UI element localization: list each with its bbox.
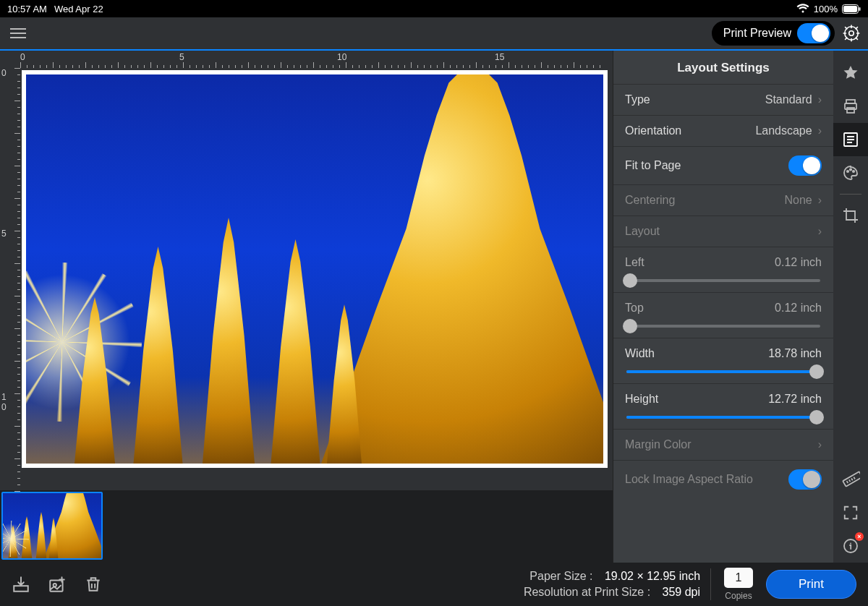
resolution-value: 359 dpi bbox=[663, 584, 701, 600]
row-type[interactable]: Type Standard› bbox=[613, 84, 833, 115]
ruler-label: 10 bbox=[1, 392, 7, 412]
width-value: 18.78 inch bbox=[768, 347, 822, 360]
width-slider[interactable] bbox=[626, 370, 820, 373]
top-value: 0.12 inch bbox=[775, 302, 822, 315]
fit-to-page-label: Fit to Page bbox=[625, 159, 681, 172]
layout-settings-panel: Layout Settings Type Standard› Orientati… bbox=[613, 51, 833, 563]
close-badge-icon: × bbox=[855, 532, 864, 541]
status-battery-text: 100% bbox=[814, 4, 838, 14]
status-time: 10:57 AM bbox=[7, 4, 47, 14]
resolution-label: Resolution at Print Size : bbox=[524, 584, 650, 600]
info-icon[interactable]: × bbox=[833, 529, 868, 563]
favorite-icon[interactable] bbox=[833, 56, 868, 90]
top-slider[interactable] bbox=[626, 325, 820, 328]
expand-icon[interactable] bbox=[833, 496, 868, 529]
row-fit-to-page: Fit to Page bbox=[613, 146, 833, 184]
orientation-value: Landscape bbox=[755, 124, 812, 137]
palette-icon[interactable] bbox=[833, 156, 868, 189]
ruler-label: 15 bbox=[495, 52, 504, 62]
margin-color-label: Margin Color bbox=[625, 438, 692, 451]
bottom-bar: Paper Size : 19.02 × 12.95 inch Resoluti… bbox=[0, 563, 868, 606]
page-sheet bbox=[22, 70, 608, 468]
orientation-label: Orientation bbox=[625, 124, 681, 137]
height-label: Height bbox=[625, 393, 658, 406]
lock-aspect-label: Lock Image Aspect Ratio bbox=[625, 473, 753, 486]
ruler-label: 0 bbox=[20, 52, 25, 62]
import-icon[interactable] bbox=[12, 575, 30, 594]
chevron-right-icon: › bbox=[818, 93, 822, 106]
ruler-label: 5 bbox=[1, 229, 7, 239]
copies-value: 1 bbox=[724, 568, 753, 588]
row-top: Top 0.12 inch bbox=[613, 292, 833, 338]
svg-rect-7 bbox=[847, 108, 854, 113]
gear-icon[interactable] bbox=[842, 24, 861, 43]
paper-info: Paper Size : 19.02 × 12.95 inch Resoluti… bbox=[524, 568, 711, 600]
svg-point-11 bbox=[853, 171, 854, 172]
printer-icon[interactable] bbox=[833, 90, 868, 123]
ruler-label: 5 bbox=[179, 52, 184, 62]
svg-rect-2 bbox=[859, 7, 861, 11]
row-width: Width 18.78 inch bbox=[613, 338, 833, 383]
copies-stepper[interactable]: 1 Copies bbox=[724, 568, 753, 601]
thumbnail-item[interactable] bbox=[1, 492, 103, 560]
paper-size-value: 19.02 × 12.95 inch bbox=[605, 568, 700, 584]
trash-icon[interactable] bbox=[84, 575, 103, 594]
vertical-ruler: 0510 bbox=[0, 68, 20, 490]
hamburger-menu-icon[interactable] bbox=[7, 24, 29, 43]
row-lock-aspect: Lock Image Aspect Ratio bbox=[613, 460, 833, 498]
svg-point-4 bbox=[845, 27, 858, 40]
app-bar: Print Preview bbox=[0, 17, 868, 49]
horizontal-ruler: 051015 bbox=[0, 51, 613, 68]
row-margin-color[interactable]: Margin Color › bbox=[613, 429, 833, 460]
svg-rect-14 bbox=[14, 586, 28, 592]
chevron-right-icon: › bbox=[818, 438, 822, 451]
svg-point-10 bbox=[850, 168, 851, 170]
settings-header: Layout Settings bbox=[613, 51, 833, 84]
add-photo-icon[interactable] bbox=[48, 575, 67, 594]
paper-size-label: Paper Size : bbox=[529, 568, 592, 584]
layout-label: Layout bbox=[625, 225, 660, 238]
left-label: Left bbox=[625, 256, 644, 269]
status-bar: 10:57 AM Wed Apr 22 100% bbox=[0, 0, 868, 17]
print-preview-toggle-pill: Print Preview bbox=[712, 21, 835, 46]
type-label: Type bbox=[625, 93, 650, 106]
battery-icon bbox=[842, 4, 861, 14]
ruler-label: 10 bbox=[337, 52, 346, 62]
row-height: Height 12.72 inch bbox=[613, 383, 833, 429]
row-left: Left 0.12 inch bbox=[613, 247, 833, 292]
height-slider[interactable] bbox=[626, 416, 820, 419]
crop-icon[interactable] bbox=[833, 199, 868, 232]
print-canvas[interactable] bbox=[20, 68, 613, 490]
ruler-label: 0 bbox=[1, 68, 7, 78]
svg-point-3 bbox=[849, 31, 854, 36]
chevron-right-icon: › bbox=[818, 194, 822, 207]
chevron-right-icon: › bbox=[818, 225, 822, 238]
tool-sidebar: × bbox=[833, 51, 868, 563]
status-date: Wed Apr 22 bbox=[54, 4, 103, 14]
centering-label: Centering bbox=[625, 194, 675, 207]
thumbnail-strip bbox=[0, 490, 613, 563]
type-value: Standard bbox=[765, 93, 812, 106]
print-preview-toggle[interactable] bbox=[797, 23, 830, 43]
top-label: Top bbox=[625, 302, 644, 315]
wifi-icon bbox=[796, 4, 809, 14]
chevron-right-icon: › bbox=[818, 124, 822, 137]
svg-point-9 bbox=[847, 171, 848, 172]
left-slider[interactable] bbox=[626, 279, 820, 282]
metadata-panel-icon[interactable] bbox=[833, 123, 868, 156]
canvas-column: 051015 0510 bbox=[0, 51, 613, 563]
fit-to-page-toggle[interactable] bbox=[788, 155, 822, 176]
width-label: Width bbox=[625, 347, 655, 360]
ruler-icon[interactable] bbox=[833, 463, 868, 496]
centering-value: None bbox=[784, 194, 812, 207]
toolbar-separator bbox=[840, 194, 861, 195]
copies-label: Copies bbox=[724, 591, 753, 601]
lock-aspect-toggle[interactable] bbox=[788, 469, 822, 490]
row-layout[interactable]: Layout › bbox=[613, 215, 833, 247]
preview-image[interactable] bbox=[26, 74, 603, 464]
print-button[interactable]: Print bbox=[766, 570, 856, 599]
print-preview-label: Print Preview bbox=[723, 27, 791, 40]
row-orientation[interactable]: Orientation Landscape› bbox=[613, 115, 833, 146]
row-centering[interactable]: Centering None› bbox=[613, 184, 833, 215]
height-value: 12.72 inch bbox=[768, 393, 822, 406]
